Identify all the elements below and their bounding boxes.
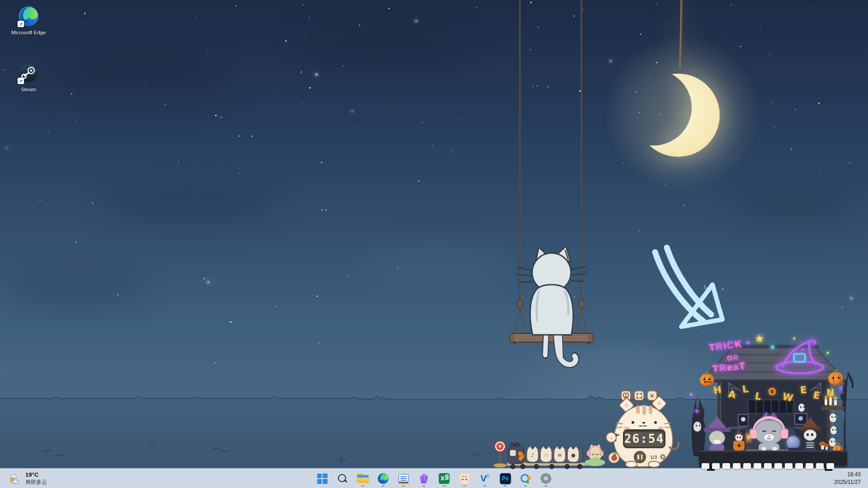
taskbar-weather-widget[interactable]: 19°C 局部多云 bbox=[5, 469, 51, 488]
jack-o-lantern bbox=[700, 374, 714, 386]
star bbox=[208, 282, 209, 283]
star bbox=[348, 276, 349, 277]
star bbox=[230, 321, 231, 323]
halloween-banner-letter: E bbox=[799, 384, 807, 395]
shortcut-arrow-icon: ↗ bbox=[18, 21, 24, 27]
taskbar-icon-photoshop[interactable]: Ps bbox=[496, 469, 514, 488]
excel-icon: X bbox=[439, 473, 450, 484]
desktop-icon-label: Steam bbox=[7, 86, 50, 93]
tray-date: 2025/11/27 bbox=[834, 479, 861, 486]
star bbox=[731, 5, 731, 5]
edge-icon: ↗ bbox=[18, 5, 39, 27]
star bbox=[285, 40, 286, 41]
cat-train-widget[interactable]: × ♪ ∷ ≡ ● bbox=[491, 441, 606, 469]
star bbox=[388, 8, 390, 9]
star bbox=[684, 205, 684, 206]
star bbox=[321, 162, 322, 163]
tray-time: 18:43 bbox=[834, 471, 861, 479]
taskbar-icon-microsoft-edge[interactable] bbox=[374, 469, 392, 488]
star bbox=[195, 17, 196, 17]
taskbar-icon-notepad[interactable] bbox=[395, 469, 413, 488]
star bbox=[771, 307, 772, 308]
ghost bbox=[693, 422, 701, 432]
taskbar-search-button[interactable] bbox=[334, 469, 352, 488]
star bbox=[316, 296, 318, 297]
taskbar-icon-excel[interactable]: X bbox=[435, 469, 453, 488]
taskbar-icon-visio[interactable]: V bbox=[476, 469, 494, 488]
cat-foot bbox=[625, 461, 637, 468]
cat-eye bbox=[632, 421, 634, 424]
star bbox=[276, 306, 277, 307]
taskbar-icon-file-explorer[interactable] bbox=[354, 469, 372, 488]
obsidian-crystal-icon bbox=[419, 473, 429, 484]
star bbox=[92, 202, 94, 204]
sparkle-icon: ✦ bbox=[689, 392, 693, 398]
star bbox=[287, 308, 288, 308]
star bbox=[757, 29, 758, 29]
star bbox=[309, 87, 311, 89]
star bbox=[302, 103, 303, 104]
search-icon bbox=[337, 473, 348, 484]
cloud bbox=[294, 27, 470, 70]
taskbar-icon-settings[interactable] bbox=[537, 469, 555, 488]
taskbar-start-button[interactable] bbox=[313, 469, 331, 488]
taskbar-icon-obsidian[interactable] bbox=[415, 469, 433, 488]
star bbox=[221, 117, 222, 118]
shortcut-arrow-icon: ↗ bbox=[18, 78, 24, 84]
star bbox=[418, 181, 420, 182]
star bbox=[316, 74, 317, 75]
widget-settings-gear-icon[interactable] bbox=[660, 454, 666, 460]
taskbar-clock[interactable]: 18:43 2025/11/27 bbox=[831, 469, 863, 488]
star bbox=[239, 173, 240, 174]
desktop-icon-edge[interactable]: ↗ Microsoft Edge bbox=[7, 5, 50, 36]
taskbar-icon-cat-widget[interactable] bbox=[456, 469, 474, 488]
star bbox=[818, 103, 820, 104]
halloween-banner-letter: L bbox=[742, 383, 749, 394]
train-cat: ♪ bbox=[527, 449, 538, 462]
taskbar-icon-qq-chat[interactable] bbox=[517, 469, 535, 488]
halloween-banner-letter: N bbox=[826, 387, 835, 398]
star bbox=[842, 306, 843, 308]
star bbox=[215, 115, 217, 116]
star bbox=[204, 278, 205, 279]
cloud bbox=[732, 185, 854, 224]
qq-chat-icon bbox=[520, 473, 531, 484]
train-wheel bbox=[520, 464, 525, 469]
halloween-stand-widget[interactable]: TRiCK OR TReaT ✦ ★ ★ ✦ ✦ ✦ ✦ ✚ ✚ HALLOWE… bbox=[687, 332, 854, 471]
notepad-icon bbox=[399, 473, 409, 484]
widget-expand-button[interactable] bbox=[634, 390, 644, 401]
neon-star-icon: ★ bbox=[755, 333, 764, 345]
star bbox=[425, 183, 426, 184]
star bbox=[639, 230, 640, 231]
star bbox=[301, 71, 302, 73]
pomodoro-cat-widget[interactable]: × 26:54 1/3 bbox=[608, 385, 681, 470]
star bbox=[17, 360, 18, 361]
train-wheel bbox=[549, 464, 554, 469]
train-cat: ∷ bbox=[540, 449, 552, 462]
neon-witch-hat-icon bbox=[774, 337, 827, 378]
star bbox=[19, 199, 19, 199]
file-explorer-icon bbox=[357, 474, 369, 483]
photoshop-icon: Ps bbox=[500, 473, 511, 484]
star bbox=[321, 209, 323, 211]
star bbox=[2, 2, 2, 3]
star bbox=[75, 241, 77, 243]
star bbox=[82, 22, 84, 23]
session-counter: 1/3 bbox=[650, 455, 657, 460]
star bbox=[422, 122, 423, 122]
timer-display: 26:54 bbox=[623, 429, 665, 448]
ghost bbox=[829, 438, 836, 446]
ghost bbox=[798, 404, 805, 412]
star bbox=[53, 33, 54, 34]
star bbox=[461, 118, 462, 119]
close-icon: × bbox=[650, 392, 654, 399]
desktop-icon-steam[interactable]: ↗ Steam bbox=[7, 62, 50, 93]
star bbox=[226, 286, 227, 286]
star bbox=[69, 18, 69, 19]
star bbox=[359, 25, 360, 26]
star bbox=[451, 151, 452, 152]
stop-sign-base bbox=[493, 463, 507, 468]
cat-on-swing bbox=[511, 246, 601, 377]
train-wheel bbox=[534, 464, 539, 469]
train-cat: ● bbox=[567, 449, 579, 462]
